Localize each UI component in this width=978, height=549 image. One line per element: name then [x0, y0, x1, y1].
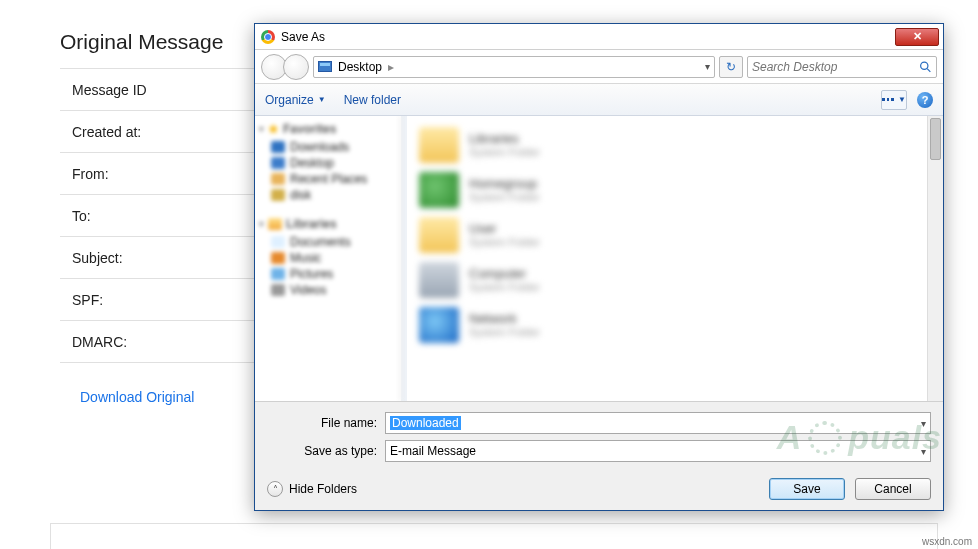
list-item[interactable]: NetworkSystem Folder [419, 302, 943, 347]
list-item[interactable]: UserSystem Folder [419, 212, 943, 257]
close-button[interactable]: ✕ [895, 28, 939, 46]
tree-item[interactable]: Desktop [259, 155, 396, 171]
tree-item[interactable]: Music [259, 250, 396, 266]
tree-item[interactable]: Videos [259, 282, 396, 298]
cancel-button[interactable]: Cancel [855, 478, 931, 500]
organize-button[interactable]: Organize▼ [265, 93, 326, 107]
tree-item[interactable]: Documents [259, 234, 396, 250]
address-dropdown-icon[interactable]: ▾ [705, 61, 710, 72]
list-item[interactable]: ComputerSystem Folder [419, 257, 943, 302]
dialog-title: Save As [281, 30, 325, 44]
forward-button[interactable] [283, 54, 309, 80]
new-folder-button[interactable]: New folder [344, 93, 401, 107]
tree-favorites[interactable]: ▾★Favorites [259, 122, 396, 136]
chevron-down-icon[interactable]: ▾ [921, 418, 926, 429]
tree-item[interactable]: disk [259, 187, 396, 203]
svg-line-1 [927, 68, 930, 71]
file-list[interactable]: LibrariesSystem Folder HomegroupSystem F… [407, 116, 943, 401]
save-as-dialog: Save As ✕ Desktop ▸ ▾ ↻ Organize▼ New fo… [254, 23, 944, 511]
download-original-link[interactable]: Download Original [80, 389, 194, 405]
tree-item[interactable]: Downloads [259, 139, 396, 155]
footer-bar [50, 523, 938, 549]
search-input[interactable] [752, 60, 919, 74]
svg-point-0 [921, 62, 928, 69]
chevron-down-icon: ▼ [318, 95, 326, 104]
credit-text: wsxdn.com [922, 536, 972, 547]
nav-row: Desktop ▸ ▾ ↻ [255, 50, 943, 84]
tree-item[interactable]: Pictures [259, 266, 396, 282]
tree-libraries[interactable]: ▾Libraries [259, 217, 396, 231]
help-button[interactable]: ? [917, 92, 933, 108]
view-options-button[interactable]: ▼ [881, 90, 907, 110]
hide-folders-button[interactable]: ˄ Hide Folders [267, 481, 357, 497]
address-bar[interactable]: Desktop ▸ ▾ [313, 56, 715, 78]
chevron-up-icon: ˄ [267, 481, 283, 497]
tree-item[interactable]: Recent Places [259, 171, 396, 187]
file-name-value: Downloaded [390, 416, 461, 430]
dialog-body: ▾★Favorites Downloads Desktop Recent Pla… [255, 116, 943, 402]
refresh-button[interactable]: ↻ [719, 56, 743, 78]
save-type-label: Save as type: [267, 444, 385, 458]
desktop-icon [318, 61, 332, 72]
address-location: Desktop [338, 60, 382, 74]
chrome-icon [261, 30, 275, 44]
vertical-scrollbar[interactable] [927, 116, 943, 401]
save-type-select[interactable]: E-mail Message ▾ [385, 440, 931, 462]
file-name-input[interactable]: Downloaded ▾ [385, 412, 931, 434]
breadcrumb-separator-icon: ▸ [388, 60, 394, 74]
file-name-label: File name: [267, 416, 385, 430]
save-type-value: E-mail Message [390, 444, 476, 458]
nav-tree[interactable]: ▾★Favorites Downloads Desktop Recent Pla… [255, 116, 401, 401]
nav-back-forward[interactable] [261, 54, 309, 80]
dialog-titlebar: Save As ✕ [255, 24, 943, 50]
dialog-footer: File name: Downloaded ▾ Save as type: E-… [255, 402, 943, 510]
list-item[interactable]: HomegroupSystem Folder [419, 167, 943, 212]
chevron-down-icon[interactable]: ▾ [921, 446, 926, 457]
save-button[interactable]: Save [769, 478, 845, 500]
list-item[interactable]: LibrariesSystem Folder [419, 122, 943, 167]
dialog-toolbar: Organize▼ New folder ▼ ? [255, 84, 943, 116]
search-icon [919, 60, 932, 74]
search-box[interactable] [747, 56, 937, 78]
